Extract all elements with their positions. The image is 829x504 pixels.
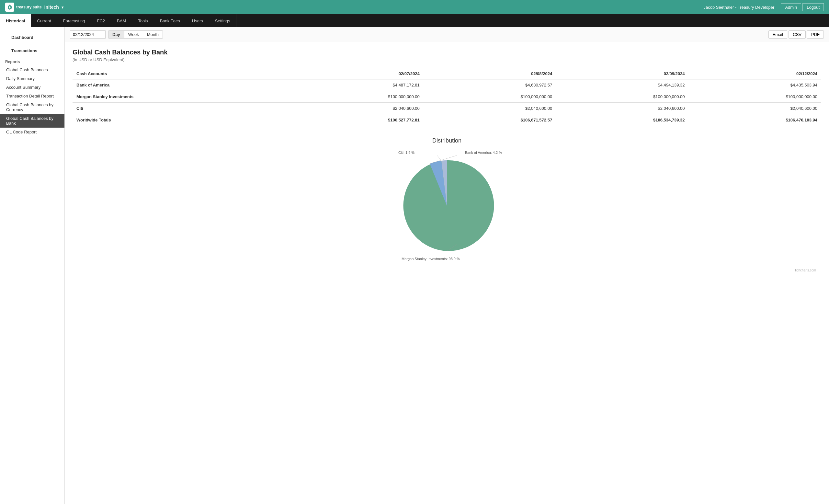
report-title: Global Cash Balances by Bank — [73, 48, 821, 56]
top-bar: treasury suite Initech ▾ Jacob Seethaler… — [0, 0, 829, 14]
row-morgan-val1: $100,000,000.00 — [291, 91, 423, 103]
citi-label: Citi: 1.9 % — [398, 151, 414, 154]
row-boa-label: Bank of America — [73, 79, 291, 91]
nav-item-fc2[interactable]: FC2 — [91, 14, 111, 27]
citi-label-line — [437, 155, 441, 161]
row-boa-val1: $4,487,172.81 — [291, 79, 423, 91]
row-totals-val1: $106,527,772.81 — [291, 114, 423, 126]
row-citi-val3: $2,040,600.00 — [556, 103, 688, 114]
sidebar-item-daily-summary[interactable]: Daily Summary — [0, 74, 65, 83]
company-dropdown-icon[interactable]: ▾ — [62, 5, 64, 10]
nav-item-tools[interactable]: Tools — [132, 14, 154, 27]
sidebar-item-transactions[interactable]: Transactions — [5, 46, 59, 55]
nav-item-current[interactable]: Current — [31, 14, 57, 27]
row-morgan-val2: $100,000,000.00 — [424, 91, 556, 103]
nav-item-settings[interactable]: Settings — [209, 14, 237, 27]
row-citi-val4: $2,040,600.00 — [689, 103, 821, 114]
admin-button[interactable]: Admin — [781, 3, 801, 11]
content-area: Day Week Month Email CSV PDF Global Cash… — [65, 27, 829, 504]
distribution-title: Distribution — [73, 137, 821, 144]
sidebar-item-global-cash-balances[interactable]: Global Cash Balances — [0, 65, 65, 74]
row-totals-val3: $106,534,739.32 — [556, 114, 688, 126]
highcharts-credit: Highcharts.com — [73, 267, 821, 275]
logout-button[interactable]: Logout — [802, 3, 824, 11]
nav-bar: Historical Current Forecasting FC2 BAM T… — [0, 14, 829, 27]
row-totals-val4: $106,476,103.94 — [689, 114, 821, 126]
sidebar-section-reports-header: Reports — [0, 57, 65, 65]
row-totals-val2: $106,671,572.57 — [424, 114, 556, 126]
sidebar-item-transaction-detail[interactable]: Transaction Detail Report — [0, 92, 65, 100]
content-toolbar: Day Week Month Email CSV PDF — [65, 27, 829, 42]
pie-segment-morgan — [403, 160, 494, 251]
app-logo — [5, 3, 14, 12]
report-table: Cash Accounts 02/07/2024 02/08/2024 02/0… — [73, 69, 821, 126]
nav-item-historical[interactable]: Historical — [0, 14, 31, 27]
col-header-date3: 02/09/2024 — [556, 69, 688, 79]
toolbar-left: Day Week Month — [70, 30, 163, 39]
table-row-totals: Worldwide Totals $106,527,772.81 $106,67… — [73, 114, 821, 126]
row-citi-val1: $2,040,600.00 — [291, 103, 423, 114]
main-layout: Dashboard Transactions Reports Global Ca… — [0, 27, 829, 504]
sidebar-item-gcb-bank[interactable]: Global Cash Balances by Bank — [0, 114, 65, 128]
row-morgan-val4: $100,000,000.00 — [689, 91, 821, 103]
sidebar-item-gl-code-report[interactable]: GL Code Report — [0, 128, 65, 136]
row-morgan-label: Morgan Stanley Investments — [73, 91, 291, 103]
nav-item-users[interactable]: Users — [186, 14, 209, 27]
row-boa-val4: $4,435,503.94 — [689, 79, 821, 91]
col-header-date2: 02/08/2024 — [424, 69, 556, 79]
morgan-label: Morgan Stanley Investments: 93.9 % — [402, 257, 460, 261]
sidebar-section-dashboard: Dashboard — [0, 30, 65, 43]
col-header-date4: 02/12/2024 — [689, 69, 821, 79]
report-content: Global Cash Balances by Bank (in USD or … — [65, 42, 829, 281]
user-name: Jacob Seethaler - Treasury Developer — [704, 5, 774, 10]
sidebar-item-account-summary[interactable]: Account Summary — [0, 83, 65, 92]
distribution-section: Distribution — [73, 134, 821, 267]
table-row: Morgan Stanley Investments $100,000,000.… — [73, 91, 821, 103]
boa-label: Bank of America: 4.2 % — [465, 151, 502, 154]
company-name: Initech — [44, 4, 59, 10]
table-row: Citi $2,040,600.00 $2,040,600.00 $2,040,… — [73, 103, 821, 114]
row-citi-val2: $2,040,600.00 — [424, 103, 556, 114]
top-bar-left: treasury suite Initech ▾ — [5, 3, 64, 12]
table-row: Bank of America $4,487,172.81 $4,630,972… — [73, 79, 821, 91]
month-button[interactable]: Month — [143, 31, 163, 38]
app-name-label: treasury suite — [16, 5, 42, 9]
nav-item-bank-fees[interactable]: Bank Fees — [154, 14, 186, 27]
period-btn-group: Day Week Month — [108, 30, 163, 39]
week-button[interactable]: Week — [124, 31, 143, 38]
day-button[interactable]: Day — [108, 31, 124, 38]
email-button[interactable]: Email — [768, 30, 788, 39]
sidebar-item-gcb-currency[interactable]: Global Cash Balances by Currency — [0, 100, 65, 114]
nav-item-forecasting[interactable]: Forecasting — [57, 14, 91, 27]
csv-button[interactable]: CSV — [789, 30, 806, 39]
col-header-date1: 02/07/2024 — [291, 69, 423, 79]
sidebar: Dashboard Transactions Reports Global Ca… — [0, 27, 65, 504]
row-totals-label: Worldwide Totals — [73, 114, 291, 126]
logo-area: treasury suite — [5, 3, 42, 12]
date-input[interactable] — [70, 30, 106, 39]
sidebar-section-transactions: Transactions — [0, 43, 65, 57]
pdf-button[interactable]: PDF — [807, 30, 824, 39]
sidebar-item-dashboard[interactable]: Dashboard — [5, 33, 59, 42]
top-bar-right: Jacob Seethaler - Treasury Developer Adm… — [704, 3, 824, 11]
pie-chart-svg — [392, 151, 502, 261]
row-citi-label: Citi — [73, 103, 291, 114]
report-subtitle: (in USD or USD Equivalent) — [73, 57, 821, 62]
nav-item-bam[interactable]: BAM — [111, 14, 132, 27]
toolbar-right: Email CSV PDF — [768, 30, 824, 39]
row-boa-val3: $4,494,139.32 — [556, 79, 688, 91]
row-morgan-val3: $100,000,000.00 — [556, 91, 688, 103]
col-header-cash-accounts: Cash Accounts — [73, 69, 291, 79]
row-boa-val2: $4,630,972.57 — [424, 79, 556, 91]
pie-container: Citi: 1.9 % Bank of America: 4.2 % Morga… — [73, 151, 821, 261]
